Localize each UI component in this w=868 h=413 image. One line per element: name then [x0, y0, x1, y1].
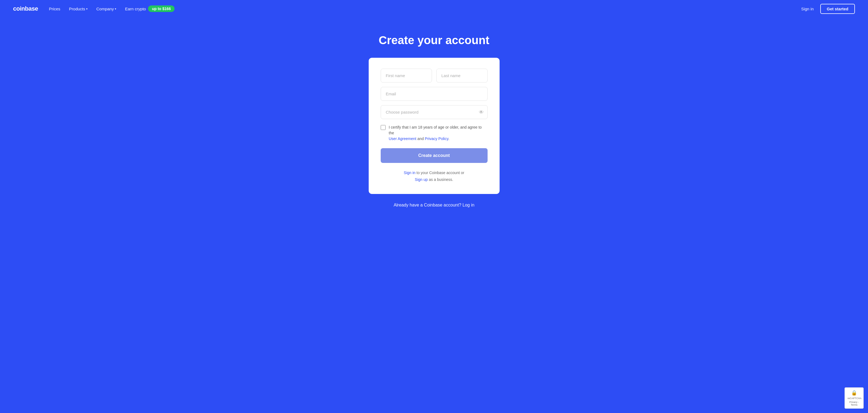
first-name-input[interactable]: [381, 69, 432, 82]
earn-crypto-badge[interactable]: Earn crypto up to $166: [125, 5, 175, 12]
terms-checkbox[interactable]: [381, 125, 385, 130]
logo[interactable]: coinbase: [13, 5, 38, 12]
terms-label: I certify that I am 18 years of age or o…: [389, 125, 488, 142]
privacy-policy-link[interactable]: Privacy Policy: [425, 136, 448, 141]
main-content: Create your account 👁 I certify that I a…: [0, 18, 868, 208]
password-row: 👁: [381, 105, 488, 119]
signup-form-card: 👁 I certify that I am 18 years of age or…: [369, 58, 500, 194]
chevron-down-icon: ▾: [115, 7, 116, 10]
nav-products[interactable]: Products ▾: [69, 6, 88, 11]
navbar: coinbase Prices Products ▾ Company ▾ Ear…: [0, 0, 868, 18]
footer-signin-link[interactable]: Sign in: [404, 171, 415, 175]
bottom-login-text[interactable]: Already have a Coinbase account? Log in: [394, 203, 474, 208]
signin-footer-row: Sign in to your Coinbase account or: [381, 169, 488, 176]
nav-links: Prices Products ▾ Company ▾ Earn crypto …: [49, 5, 175, 12]
terms-checkbox-row: I certify that I am 18 years of age or o…: [381, 125, 488, 142]
form-footer: Sign in to your Coinbase account or Sign…: [381, 169, 488, 183]
chevron-down-icon: ▾: [86, 7, 88, 10]
password-input[interactable]: [381, 105, 488, 119]
user-agreement-link[interactable]: User Agreement: [389, 136, 416, 141]
email-row: [381, 87, 488, 101]
recaptcha-subtext: Privacy - Terms: [847, 401, 861, 406]
recaptcha-label: reCAPTCHA: [847, 397, 861, 400]
name-row: [381, 69, 488, 82]
create-account-button[interactable]: Create account: [381, 148, 488, 163]
earn-crypto-label: Earn crypto: [125, 6, 146, 11]
recaptcha-logo: 🔒: [847, 390, 861, 396]
recaptcha-badge: 🔒 reCAPTCHA Privacy - Terms: [844, 387, 864, 409]
password-toggle-icon[interactable]: 👁: [479, 109, 484, 115]
earn-crypto-amount: up to $166: [148, 5, 175, 12]
page-title: Create your account: [378, 34, 489, 47]
navbar-left: coinbase Prices Products ▾ Company ▾ Ear…: [13, 5, 175, 12]
signin-link[interactable]: Sign in: [801, 6, 814, 11]
email-input[interactable]: [381, 87, 488, 101]
last-name-input[interactable]: [436, 69, 488, 82]
nav-company[interactable]: Company ▾: [96, 6, 116, 11]
get-started-button[interactable]: Get started: [820, 4, 855, 14]
signup-footer-row: Sign up as a business.: [381, 176, 488, 183]
navbar-right: Sign in Get started: [801, 4, 855, 14]
nav-prices[interactable]: Prices: [49, 6, 60, 11]
footer-signup-link[interactable]: Sign up: [415, 177, 428, 182]
